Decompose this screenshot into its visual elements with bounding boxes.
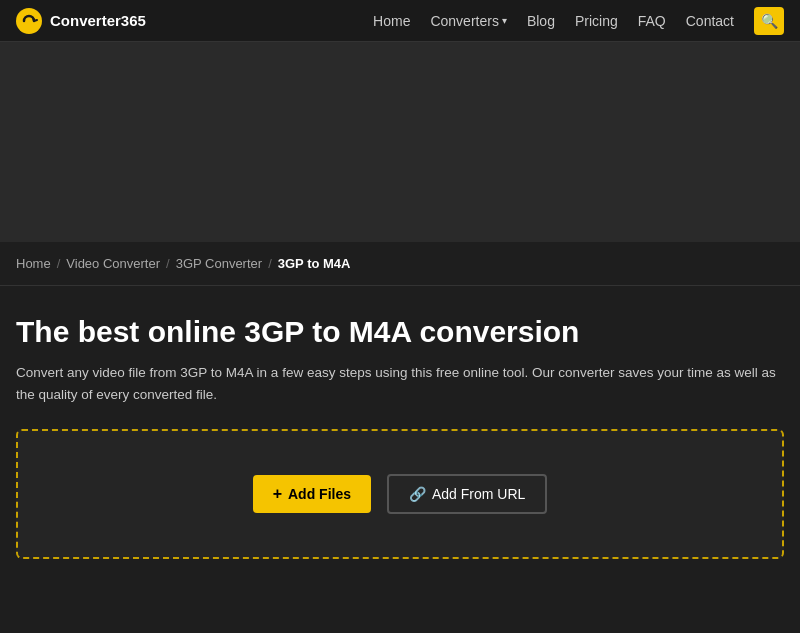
nav-link-pricing[interactable]: Pricing — [575, 13, 618, 29]
brand-logo[interactable]: Converter365 — [16, 8, 146, 34]
nav-link-contact[interactable]: Contact — [686, 13, 734, 29]
nav-link-home[interactable]: Home — [373, 13, 410, 29]
nav-link-blog[interactable]: Blog — [527, 13, 555, 29]
breadcrumb-separator-1: / — [57, 256, 61, 271]
chevron-down-icon: ▾ — [502, 15, 507, 26]
nav-search[interactable]: 🔍 — [754, 7, 784, 35]
nav-item-faq[interactable]: FAQ — [638, 12, 666, 30]
nav-item-contact[interactable]: Contact — [686, 12, 734, 30]
nav-link-converters[interactable]: Converters — [430, 13, 498, 29]
svg-point-0 — [16, 8, 42, 34]
nav-item-pricing[interactable]: Pricing — [575, 12, 618, 30]
page-description: Convert any video file from 3GP to M4A i… — [16, 362, 784, 405]
link-icon: 🔗 — [409, 486, 426, 502]
page-title: The best online 3GP to M4A conversion — [16, 314, 784, 350]
add-files-label: Add Files — [288, 486, 351, 502]
add-files-button[interactable]: + Add Files — [253, 475, 371, 513]
brand-name: Converter365 — [50, 12, 146, 29]
breadcrumb-current: 3GP to M4A — [278, 256, 351, 271]
search-icon: 🔍 — [761, 13, 778, 29]
ad-banner — [0, 42, 800, 242]
breadcrumb: Home / Video Converter / 3GP Converter /… — [0, 242, 800, 286]
nav-link-faq[interactable]: FAQ — [638, 13, 666, 29]
add-url-button[interactable]: 🔗 Add From URL — [387, 474, 547, 514]
add-url-label: Add From URL — [432, 486, 525, 502]
search-button[interactable]: 🔍 — [754, 7, 784, 35]
main-content: The best online 3GP to M4A conversion Co… — [0, 286, 800, 579]
breadcrumb-separator-3: / — [268, 256, 272, 271]
nav-item-converters[interactable]: Converters ▾ — [430, 13, 506, 29]
breadcrumb-home[interactable]: Home — [16, 256, 51, 271]
breadcrumb-3gp-converter[interactable]: 3GP Converter — [176, 256, 262, 271]
brand-icon — [16, 8, 42, 34]
navbar: Converter365 Home Converters ▾ Blog Pric… — [0, 0, 800, 42]
breadcrumb-separator-2: / — [166, 256, 170, 271]
upload-area: + Add Files 🔗 Add From URL — [16, 429, 784, 559]
nav-menu: Home Converters ▾ Blog Pricing FAQ Conta… — [373, 7, 784, 35]
nav-item-home[interactable]: Home — [373, 12, 410, 30]
plus-icon: + — [273, 485, 282, 503]
nav-item-blog[interactable]: Blog — [527, 12, 555, 30]
breadcrumb-video-converter[interactable]: Video Converter — [66, 256, 160, 271]
